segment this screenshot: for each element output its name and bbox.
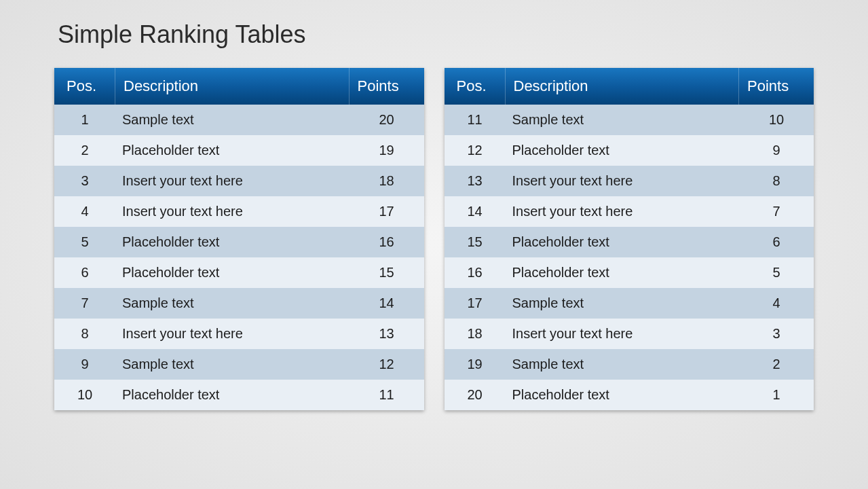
cell-points: 7 [739, 196, 814, 227]
header-pos: Pos. [445, 68, 506, 105]
table-row: 19Sample text2 [445, 349, 814, 380]
header-pos: Pos. [54, 68, 115, 105]
table-row: 5Placeholder text16 [54, 227, 424, 257]
cell-pos: 11 [445, 105, 506, 135]
table-row: 2Placeholder text19 [54, 135, 424, 166]
cell-pos: 17 [445, 288, 506, 319]
cell-pos: 2 [54, 135, 115, 166]
tables-container: Pos. Description Points 1Sample text20 2… [54, 68, 814, 410]
cell-pos: 20 [445, 380, 506, 410]
cell-points: 9 [739, 135, 814, 166]
cell-desc: Insert your text here [115, 319, 350, 349]
cell-desc: Placeholder text [506, 257, 740, 288]
table-row: 1Sample text20 [54, 105, 424, 135]
cell-pos: 6 [54, 257, 115, 288]
cell-points: 13 [350, 319, 424, 349]
table-body: 11Sample text10 12Placeholder text9 13In… [445, 105, 814, 410]
cell-desc: Placeholder text [115, 380, 350, 410]
cell-points: 8 [739, 166, 814, 196]
header-points: Points [350, 68, 424, 105]
table-row: 17Sample text4 [445, 288, 814, 319]
cell-points: 3 [739, 319, 814, 349]
table-row: 6Placeholder text15 [54, 257, 424, 288]
cell-points: 2 [739, 349, 814, 380]
table-row: 8Insert your text here13 [54, 319, 424, 349]
cell-points: 10 [739, 105, 814, 135]
cell-desc: Sample text [506, 105, 740, 135]
cell-desc: Placeholder text [506, 135, 740, 166]
cell-points: 11 [350, 380, 424, 410]
header-desc: Description [506, 68, 740, 105]
cell-desc: Insert your text here [506, 319, 740, 349]
table-row: 15Placeholder text6 [445, 227, 814, 257]
table-row: 10Placeholder text11 [54, 380, 424, 410]
table-body: 1Sample text20 2Placeholder text19 3Inse… [54, 105, 424, 410]
cell-pos: 7 [54, 288, 115, 319]
cell-pos: 19 [445, 349, 506, 380]
table-row: 11Sample text10 [445, 105, 814, 135]
cell-desc: Placeholder text [115, 135, 350, 166]
table-header: Pos. Description Points [445, 68, 814, 105]
table-row: 9Sample text12 [54, 349, 424, 380]
cell-desc: Insert your text here [506, 166, 740, 196]
table-row: 3Insert your text here18 [54, 166, 424, 196]
cell-desc: Sample text [115, 288, 350, 319]
cell-pos: 12 [445, 135, 506, 166]
cell-points: 4 [739, 288, 814, 319]
cell-desc: Placeholder text [115, 227, 350, 257]
cell-pos: 3 [54, 166, 115, 196]
cell-pos: 1 [54, 105, 115, 135]
table-row: 4Insert your text here17 [54, 196, 424, 227]
cell-desc: Sample text [506, 288, 740, 319]
cell-points: 17 [350, 196, 424, 227]
cell-pos: 9 [54, 349, 115, 380]
table-row: 13Insert your text here8 [445, 166, 814, 196]
cell-pos: 15 [445, 227, 506, 257]
cell-pos: 8 [54, 319, 115, 349]
table-row: 14Insert your text here7 [445, 196, 814, 227]
cell-points: 14 [350, 288, 424, 319]
page-title: Simple Ranking Tables [58, 20, 814, 49]
cell-desc: Sample text [115, 349, 350, 380]
cell-desc: Placeholder text [506, 227, 740, 257]
cell-pos: 4 [54, 196, 115, 227]
cell-points: 1 [739, 380, 814, 410]
cell-points: 6 [739, 227, 814, 257]
cell-pos: 14 [445, 196, 506, 227]
cell-desc: Insert your text here [115, 166, 350, 196]
cell-points: 18 [350, 166, 424, 196]
table-row: 18Insert your text here3 [445, 319, 814, 349]
cell-desc: Insert your text here [506, 196, 740, 227]
cell-pos: 13 [445, 166, 506, 196]
cell-desc: Placeholder text [506, 380, 740, 410]
table-row: 12Placeholder text9 [445, 135, 814, 166]
cell-points: 16 [350, 227, 424, 257]
cell-points: 20 [350, 105, 424, 135]
cell-points: 15 [350, 257, 424, 288]
header-desc: Description [115, 68, 350, 105]
cell-desc: Placeholder text [115, 257, 350, 288]
ranking-table-left: Pos. Description Points 1Sample text20 2… [54, 68, 424, 410]
cell-pos: 10 [54, 380, 115, 410]
table-row: 7Sample text14 [54, 288, 424, 319]
cell-desc: Sample text [115, 105, 350, 135]
cell-pos: 18 [445, 319, 506, 349]
cell-pos: 16 [445, 257, 506, 288]
table-row: 16Placeholder text5 [445, 257, 814, 288]
ranking-table-right: Pos. Description Points 11Sample text10 … [445, 68, 814, 410]
table-row: 20Placeholder text1 [445, 380, 814, 410]
cell-pos: 5 [54, 227, 115, 257]
cell-points: 5 [739, 257, 814, 288]
cell-desc: Insert your text here [115, 196, 350, 227]
cell-points: 19 [350, 135, 424, 166]
header-points: Points [739, 68, 814, 105]
cell-points: 12 [350, 349, 424, 380]
table-header: Pos. Description Points [54, 68, 424, 105]
cell-desc: Sample text [506, 349, 740, 380]
